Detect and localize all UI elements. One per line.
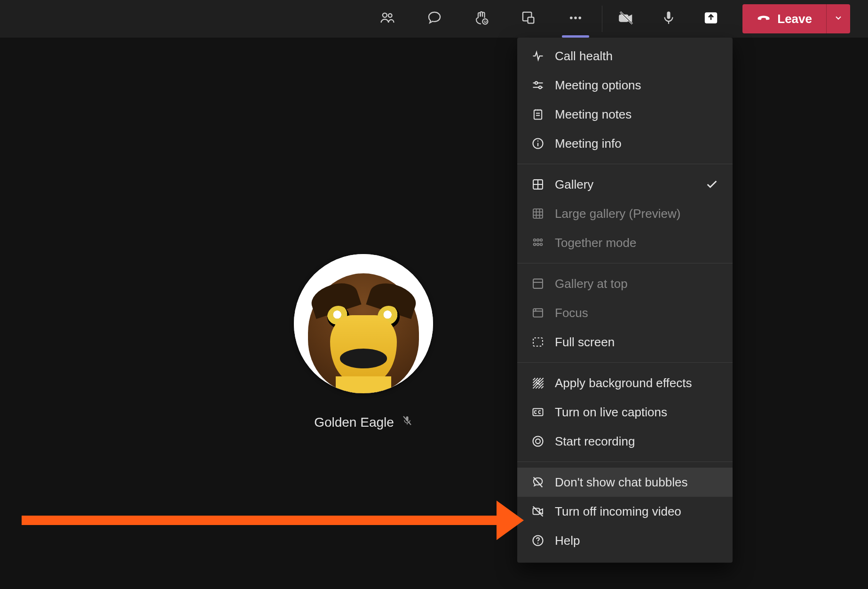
participant-tile: Golden Eagle	[294, 254, 433, 430]
menu-separator	[517, 164, 733, 164]
menu-item-label: Gallery at top	[555, 277, 718, 291]
menu-item-label: Large gallery (Preview)	[555, 207, 718, 221]
share-icon	[703, 10, 719, 28]
more-icon	[568, 10, 584, 28]
svg-point-41	[540, 239, 543, 241]
menu-item-label: Together mode	[555, 236, 718, 250]
background-icon	[531, 376, 544, 390]
svg-point-30	[537, 141, 538, 142]
menu-item-label: Full screen	[555, 335, 718, 350]
svg-point-3	[484, 20, 485, 21]
svg-point-4	[486, 20, 486, 21]
menu-item-chat-bubbles[interactable]: Don't show chat bubbles	[517, 468, 733, 497]
menu-separator	[517, 462, 733, 462]
notes-icon	[531, 108, 544, 121]
toolbar-divider	[602, 6, 602, 32]
chevron-down-icon	[834, 13, 843, 24]
menu-item-meeting-notes[interactable]: Meeting notes	[517, 100, 733, 129]
help-icon	[531, 534, 544, 547]
settings-slider-icon	[531, 79, 544, 92]
breakout-rooms-button[interactable]	[505, 0, 552, 38]
leave-button[interactable]: Leave	[742, 4, 826, 33]
svg-rect-6	[528, 17, 534, 24]
menu-separator	[517, 263, 733, 263]
leave-button-label: Leave	[777, 12, 812, 26]
menu-item-label: Apply background effects	[555, 376, 718, 390]
more-actions-button[interactable]	[552, 0, 599, 38]
menu-item-label: Meeting notes	[555, 107, 718, 122]
gallery-icon	[531, 178, 544, 191]
chat-off-icon	[531, 476, 544, 489]
participant-label: Golden Eagle	[314, 414, 413, 430]
menu-item-full-screen[interactable]: Full screen	[517, 327, 733, 357]
gallery-top-icon	[531, 277, 544, 290]
menu-item-label: Turn on live captions	[555, 405, 718, 420]
menu-item-large-gallery: Large gallery (Preview)	[517, 199, 733, 228]
activity-icon	[531, 49, 544, 63]
menu-item-live-captions[interactable]: Turn on live captions	[517, 398, 733, 427]
meeting-toolbar: Leave	[0, 0, 868, 38]
menu-item-call-health[interactable]: Call health	[517, 41, 733, 71]
menu-item-gallery-at-top: Gallery at top	[517, 269, 733, 298]
rooms-icon	[521, 10, 537, 28]
share-content-button[interactable]	[690, 0, 732, 38]
svg-rect-50	[533, 338, 543, 346]
large-gallery-icon	[531, 207, 544, 220]
svg-point-44	[540, 243, 543, 246]
info-icon	[531, 137, 544, 150]
leave-options-button[interactable]	[826, 4, 850, 33]
camera-toggle-button[interactable]	[605, 0, 647, 38]
svg-point-2	[482, 19, 488, 24]
more-actions-menu: Call healthMeeting optionsMeeting notesM…	[517, 38, 733, 563]
mic-toggle-button[interactable]	[647, 0, 690, 38]
together-icon	[531, 236, 544, 249]
menu-item-meeting-info[interactable]: Meeting info	[517, 129, 733, 158]
reactions-button[interactable]	[458, 0, 505, 38]
annotation-arrow-line	[22, 516, 497, 525]
svg-point-8	[574, 16, 577, 19]
svg-point-51	[537, 381, 539, 383]
avatar-image	[294, 254, 433, 393]
menu-item-meeting-options[interactable]: Meeting options	[517, 71, 733, 100]
svg-point-43	[537, 243, 539, 246]
mic-muted-icon	[402, 414, 413, 430]
chat-icon	[426, 10, 442, 28]
mic-icon	[661, 10, 677, 28]
svg-rect-34	[533, 209, 543, 218]
show-conversation-button[interactable]	[411, 0, 458, 38]
menu-item-label: Help	[555, 533, 718, 548]
svg-rect-12	[667, 12, 671, 19]
menu-item-label: Meeting options	[555, 78, 718, 93]
participant-name: Golden Eagle	[314, 415, 394, 430]
svg-point-19	[535, 82, 537, 84]
menu-item-focus: Focus	[517, 298, 733, 327]
menu-item-recording[interactable]: Start recording	[517, 427, 733, 456]
leave-button-group: Leave	[742, 4, 850, 33]
camera-off-icon	[618, 10, 634, 28]
show-participants-button[interactable]	[364, 0, 411, 38]
svg-rect-22	[534, 110, 542, 119]
menu-item-background[interactable]: Apply background effects	[517, 368, 733, 398]
svg-point-0	[383, 13, 387, 17]
svg-point-54	[536, 439, 540, 444]
menu-item-label: Call health	[555, 49, 718, 64]
svg-rect-47	[533, 309, 543, 317]
menu-separator	[517, 362, 733, 363]
menu-item-incoming-video[interactable]: Turn off incoming video	[517, 497, 733, 526]
menu-item-label: Turn off incoming video	[555, 504, 718, 519]
hangup-icon	[757, 10, 771, 28]
svg-point-59	[537, 542, 538, 543]
menu-item-label: Start recording	[555, 434, 718, 449]
svg-point-7	[570, 16, 573, 19]
reactions-icon	[473, 10, 489, 28]
svg-point-42	[534, 243, 536, 246]
svg-point-39	[534, 239, 536, 241]
svg-point-21	[539, 86, 541, 88]
svg-rect-45	[533, 279, 543, 288]
focus-icon	[531, 306, 544, 319]
checkmark-icon	[705, 178, 718, 191]
svg-point-40	[537, 239, 539, 241]
participant-avatar	[294, 254, 433, 393]
menu-item-help[interactable]: Help	[517, 526, 733, 555]
menu-item-gallery[interactable]: Gallery	[517, 170, 733, 199]
